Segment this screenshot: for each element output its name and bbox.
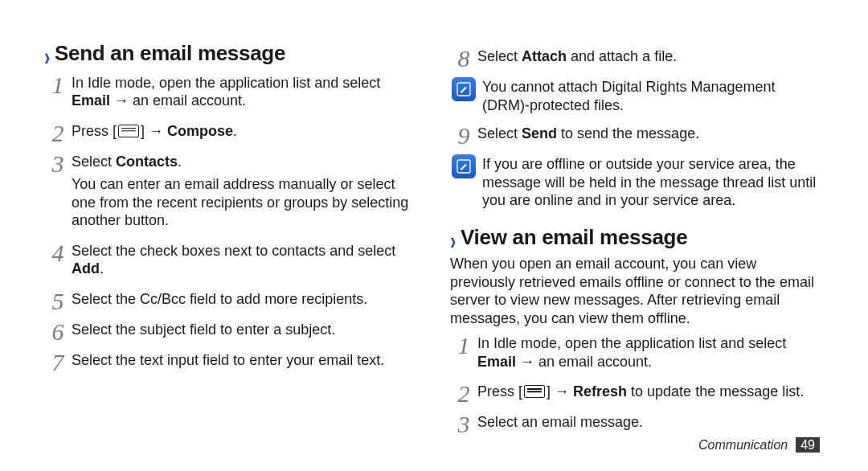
note-drm: You cannot attach Digital Rights Managem…	[450, 76, 824, 117]
step-text: In Idle mode, open the application list …	[72, 74, 418, 110]
menu-key-icon	[524, 385, 545, 398]
heading-view-email: ›View an email message	[450, 224, 824, 251]
step: 1In Idle mode, open the application list…	[44, 72, 418, 115]
step-number: 1	[450, 332, 477, 358]
step: 9Select Send to send the message.	[450, 122, 824, 148]
note-body: If you are offline or outside your servi…	[477, 153, 824, 213]
menu-key-icon	[118, 125, 139, 137]
step-text: Select the text input field to enter you…	[72, 351, 418, 370]
step-number: 1	[44, 72, 72, 97]
step-number: 3	[450, 411, 477, 436]
step-text: Select the check boxes next to contacts …	[72, 242, 418, 278]
step-number: 2	[450, 380, 477, 406]
heading-text: Send an email message	[55, 41, 285, 65]
step-number: 2	[44, 120, 72, 145]
step-text: Press [] → Compose.	[72, 122, 418, 141]
step: 7Select the text input field to enter yo…	[44, 349, 418, 375]
step-number: 9	[450, 122, 477, 148]
footer-page-number: 49	[796, 437, 820, 453]
step: 3Select an email message.	[450, 411, 824, 436]
note-icon	[450, 153, 477, 180]
step-body: Select an email message.	[477, 411, 824, 436]
step-body: Select Attach and attach a file.	[477, 45, 824, 71]
step-body: Press [] → Compose.	[72, 120, 418, 145]
step-number: 4	[44, 240, 72, 265]
step: 5Select the Cc/Bcc field to add more rec…	[44, 288, 418, 313]
step-body: In Idle mode, open the application list …	[477, 332, 824, 375]
step-text: Select an email message.	[477, 413, 824, 432]
step: 2Press [] → Compose.	[44, 120, 418, 145]
footer-section: Communication	[698, 438, 788, 452]
page-footer: Communication49	[698, 437, 820, 453]
step: 2Press [] → Refresh to update the messag…	[450, 380, 824, 406]
step-number: 8	[450, 45, 477, 71]
right-column: 8Select Attach and attach a file. You ca…	[450, 40, 824, 447]
note-icon	[450, 76, 477, 103]
step: 4Select the check boxes next to contacts…	[44, 240, 418, 283]
step: 3Select Contacts.You can enter an email …	[44, 150, 418, 235]
heading-send-email: ›Send an email message	[44, 40, 418, 67]
left-column: ›Send an email message 1In Idle mode, op…	[44, 40, 418, 447]
manual-page: ›Send an email message 1In Idle mode, op…	[0, 0, 868, 471]
step-text: Select the subject field to enter a subj…	[72, 321, 418, 339]
chevron-right-icon: ›	[44, 41, 50, 72]
step-number: 7	[44, 349, 72, 375]
pencil-note-icon	[456, 81, 472, 97]
step-text: Select Contacts.	[72, 153, 418, 171]
intro-view-email: When you open an email account, you can …	[450, 255, 824, 327]
step-number: 5	[44, 288, 72, 313]
step-number: 6	[44, 318, 72, 344]
step-body: Select the text input field to enter you…	[72, 349, 418, 375]
heading-text: View an email message	[461, 225, 687, 249]
step: 6Select the subject field to enter a sub…	[44, 318, 418, 344]
chevron-right-icon: ›	[450, 225, 456, 256]
step: 8Select Attach and attach a file.	[450, 45, 824, 71]
note-text: If you are offline or outside your servi…	[482, 155, 824, 210]
step-body: In Idle mode, open the application list …	[72, 72, 418, 115]
step-text: Press [] → Refresh to update the message…	[477, 383, 824, 401]
step-text: Select Attach and attach a file.	[477, 47, 824, 66]
step-number: 3	[44, 150, 72, 176]
step-body: Select Contacts.You can enter an email a…	[72, 150, 418, 235]
step-body: Select Send to send the message.	[477, 122, 824, 148]
steps-view-email: 1In Idle mode, open the application list…	[450, 332, 824, 436]
note-offline: If you are offline or outside your servi…	[450, 153, 824, 213]
step-text: You can enter an email address manually …	[72, 175, 418, 230]
note-text: You cannot attach Digital Rights Managem…	[482, 78, 824, 114]
step-body: Select the check boxes next to contacts …	[72, 240, 418, 283]
step: 1In Idle mode, open the application list…	[450, 332, 824, 375]
step-body: Select the subject field to enter a subj…	[72, 318, 418, 344]
step-body: Press [] → Refresh to update the message…	[477, 380, 824, 406]
step-body: Select the Cc/Bcc field to add more reci…	[72, 288, 418, 313]
note-body: You cannot attach Digital Rights Managem…	[477, 76, 824, 117]
pencil-note-icon	[456, 158, 472, 174]
step-text: In Idle mode, open the application list …	[477, 334, 824, 371]
step-9-container: 9Select Send to send the message.	[450, 122, 824, 148]
steps-left: 1In Idle mode, open the application list…	[44, 72, 418, 375]
step-text: Select Send to send the message.	[477, 125, 824, 143]
steps-right-top: 8Select Attach and attach a file.	[450, 45, 824, 71]
step-text: Select the Cc/Bcc field to add more reci…	[72, 290, 418, 309]
